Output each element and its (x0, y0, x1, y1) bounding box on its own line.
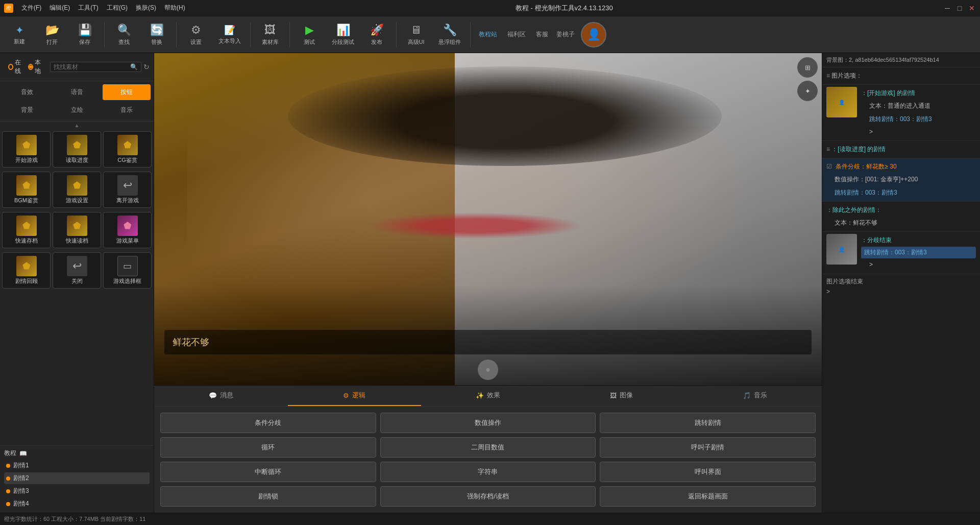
tab-bg[interactable]: 背景 (3, 102, 51, 118)
open-button[interactable]: 📂 打开 (37, 20, 67, 49)
status-text: 橙光字数统计：60 工程大小：7.74MB 当前剧情字数：11 (4, 515, 146, 523)
import-button[interactable]: 📝 文本导入 (213, 21, 246, 48)
logic-return-title[interactable]: 返回标题画面 (600, 486, 816, 507)
menu-help[interactable]: 帮助(H) (164, 4, 185, 13)
menu-file[interactable]: 文件(F) (21, 4, 41, 13)
right-options-title: ≡ 图片选项： (826, 69, 976, 82)
asset-bgm[interactable]: ⬟ BGM鉴赏 (2, 172, 51, 208)
logic-condition[interactable]: 条件分歧 (160, 413, 376, 433)
logic-force-save[interactable]: 强制存档/读档 (380, 486, 596, 507)
segment-button[interactable]: 📊 分段测试 (327, 20, 359, 49)
menu-edit[interactable]: 编辑(E) (50, 4, 70, 13)
right-arrow-1: > (861, 126, 976, 138)
minimize-button[interactable]: ─ (943, 4, 951, 12)
right-options-icon: ≡ (826, 72, 830, 79)
service-link[interactable]: 客服 (532, 30, 552, 39)
tutorial-label-2: 剧情2 (13, 474, 29, 483)
asset-load-progress[interactable]: ⬟ 读取进度 (53, 131, 101, 168)
asset-gamemenu[interactable]: ⬟ 游戏菜单 (103, 212, 152, 248)
advui-button[interactable]: 🖥 高级UI (401, 20, 431, 49)
star-icon-btn[interactable]: ✦ (797, 81, 818, 101)
asset-start-game[interactable]: ⬟ 开始游戏 (2, 131, 51, 168)
grid-icon-btn[interactable]: ⊞ (797, 57, 818, 78)
publish-button[interactable]: 🚀 发布 (361, 20, 392, 49)
window-controls[interactable]: ─ □ ✕ (943, 4, 976, 12)
avatar-button[interactable]: 👤 (581, 22, 606, 47)
search-input-wrap[interactable]: 🔍 (50, 62, 141, 72)
tab-message[interactable]: 💬 消息 (154, 386, 288, 406)
radio-group: 在线 本地 (4, 56, 48, 78)
asset-close[interactable]: ↩ 关闭 (53, 252, 101, 289)
tab-voice[interactable]: 语音 (53, 84, 101, 100)
tab-button[interactable]: 按钮 (103, 84, 151, 100)
logic-loop[interactable]: 循环 (160, 437, 376, 458)
save-button[interactable]: 💾 保存 (69, 20, 100, 49)
scroll-handle[interactable]: ● (478, 360, 498, 380)
menu-project[interactable]: 工程(G) (107, 4, 128, 13)
tutorial-label-1: 剧情1 (13, 461, 29, 470)
right-item-jump-story-1[interactable]: 跳转剧情：003：剧情3 (861, 113, 976, 126)
tab-music[interactable]: 音乐 (103, 102, 151, 118)
tutorial-link[interactable]: 教程站 (475, 30, 501, 39)
right-jump-highlight[interactable]: 跳转剧情：003：剧情3 (861, 247, 976, 258)
asset-start-icon: ⬟ (16, 135, 37, 155)
find-button[interactable]: 🔍 查找 (109, 20, 139, 49)
logic-call-ui[interactable]: 呼叫界面 (600, 462, 816, 482)
search-input[interactable] (54, 63, 130, 70)
assets-button[interactable]: 🖼 素材库 (255, 20, 285, 49)
asset-quickload[interactable]: ⬟ 快速读档 (53, 212, 101, 248)
asset-replay[interactable]: ⬟ 剧情回顾 (2, 252, 51, 289)
maximize-button[interactable]: □ (955, 4, 964, 12)
float-button[interactable]: 🔧 悬浮组件 (433, 20, 466, 49)
tab-image[interactable]: 🖼 图像 (555, 386, 689, 406)
tab-music[interactable]: 🎵 音乐 (688, 386, 822, 406)
tutorial-dot-4 (6, 502, 10, 506)
radio-local[interactable]: 本地 (28, 58, 44, 76)
logic-call-sub[interactable]: 呼叫子剧情 (600, 437, 816, 458)
logic-ng-value[interactable]: 二周目数值 (380, 437, 596, 458)
test-button[interactable]: ▶ 测试 (294, 20, 325, 49)
logic-value-op[interactable]: 数值操作 (380, 413, 596, 433)
menu-tools[interactable]: 工具(T) (78, 4, 98, 13)
radio-online[interactable]: 在线 (8, 58, 24, 76)
tab-effect[interactable]: ✨ 效果 (421, 386, 555, 406)
title-bar: 橙 文件(F) 编辑(E) 工具(T) 工程(G) 换肤(S) 帮助(H) 教程… (0, 0, 980, 16)
menu-bar[interactable]: 橙 文件(F) 编辑(E) 工具(T) 工程(G) 换肤(S) 帮助(H) (4, 4, 185, 13)
tab-character[interactable]: 立绘 (53, 102, 101, 118)
right-jump-in-condition[interactable]: 跳转剧情：003：剧情3 (826, 186, 976, 199)
right-load-header: ≡ ：[读取进度] 的剧情 (826, 143, 976, 156)
message-label: 消息 (220, 391, 233, 400)
new-button[interactable]: ✦ 新建 (4, 21, 35, 49)
asset-quicksave-icon: ⬟ (16, 216, 37, 236)
category-tabs: 音效 语音 按钮 背景 立绘 音乐 (0, 81, 154, 122)
asset-cg[interactable]: ⬟ CG鉴赏 (103, 131, 152, 168)
replace-button[interactable]: 🔄 替换 (141, 20, 172, 49)
asset-select[interactable]: ▭ 游戏选择框 (103, 252, 152, 289)
logic-break[interactable]: 中断循环 (160, 462, 376, 482)
tutorial-item-1[interactable]: 剧情1 (4, 460, 150, 471)
tab-sfx[interactable]: 音效 (3, 84, 51, 100)
tab-bar: 💬 消息 ⚙ 逻辑 ✨ 效果 🖼 图像 🎵 音乐 (154, 386, 822, 407)
logic-jump[interactable]: 跳转剧情 (600, 413, 816, 433)
asset-sys[interactable]: ⬟ 游戏设置 (53, 172, 101, 208)
right-item-start-story[interactable]: ：[开始游戏] 的剧情 (861, 87, 976, 100)
tutorial-item-4[interactable]: 剧情4 (4, 498, 150, 510)
toolbar-sep-4 (289, 22, 290, 47)
menu-skin[interactable]: 换肤(S) (136, 4, 156, 13)
logic-string[interactable]: 字符串 (380, 462, 596, 482)
tab-logic[interactable]: ⚙ 逻辑 (288, 386, 422, 406)
asset-row-2: ⬟ BGM鉴赏 ⬟ 游戏设置 ↩ 离开游戏 (0, 170, 154, 210)
settings-button[interactable]: ⚙ 设置 (181, 20, 211, 49)
asset-cg-icon: ⬟ (117, 135, 138, 155)
asset-quit[interactable]: ↩ 离开游戏 (103, 172, 152, 208)
search-icon[interactable]: 🔍 (130, 63, 138, 70)
fanarea-link[interactable]: 福利区 (503, 30, 530, 39)
right-condition-item[interactable]: ☑ 条件分歧：鲜花数≥ 30 (826, 160, 976, 173)
tutorial-item-2[interactable]: 剧情2 (4, 472, 150, 484)
tutorial-item-3[interactable]: 剧情3 (4, 485, 150, 497)
asset-close-icon: ↩ (67, 256, 87, 276)
logic-story-lock[interactable]: 剧情锁 (160, 486, 376, 507)
asset-quicksave[interactable]: ⬟ 快速存档 (2, 212, 51, 248)
refresh-icon[interactable]: ↻ (143, 63, 150, 71)
close-button[interactable]: ✕ (968, 4, 976, 12)
